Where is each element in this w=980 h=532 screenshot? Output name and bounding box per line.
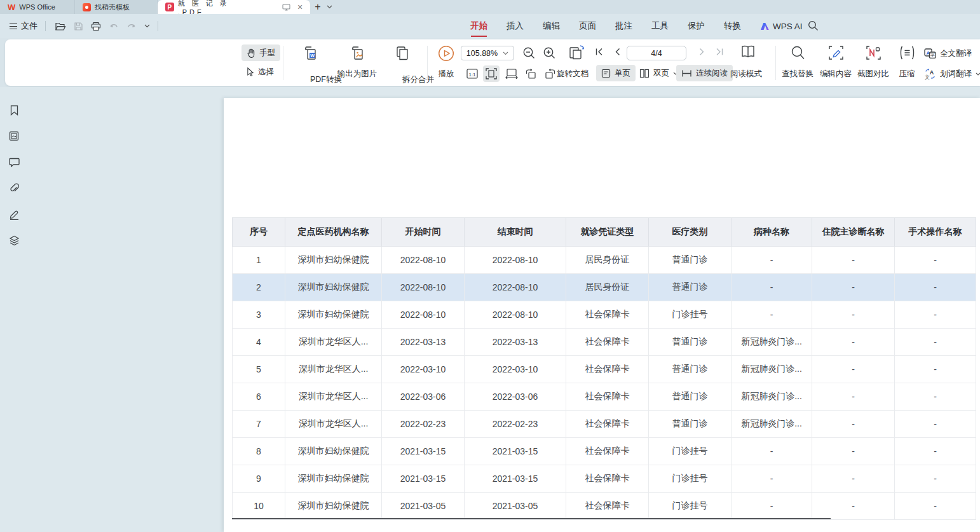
table-cell: 社会保障卡	[566, 301, 649, 329]
table-cell: 2022-03-10	[382, 356, 465, 383]
fit-page-button[interactable]	[483, 65, 500, 82]
fit-width-button[interactable]	[503, 65, 520, 82]
close-tab-icon[interactable]: ×	[295, 2, 305, 12]
export-as-image-button[interactable]: 输出为图片	[330, 43, 384, 82]
pdf-page[interactable]: 序号定点医药机构名称开始时间结束时间就诊凭证类型医疗类别病种名称住院主诊断名称手…	[224, 98, 980, 532]
hand-tool-button[interactable]: 手型	[242, 44, 280, 61]
tab-document-pdf[interactable]: P 就 医 记 录 .PDF ×	[158, 0, 310, 14]
table-cell: -	[732, 247, 812, 274]
rotate-document-button[interactable]: 旋转文档	[557, 69, 589, 79]
screenshot-compare-button[interactable]: 截图对比	[855, 43, 892, 82]
export-image-icon	[350, 45, 365, 62]
menu-tab[interactable]: 开始	[470, 20, 487, 32]
open-file-icon[interactable]	[55, 22, 66, 31]
table-header-cell: 定点医药机构名称	[285, 218, 382, 247]
tab-docer-templates[interactable]: 找稻壳模板	[75, 0, 158, 14]
table-cell: 门诊挂号	[649, 301, 732, 329]
compress-button[interactable]: 压缩	[892, 43, 922, 82]
table-cell: -	[812, 329, 895, 356]
layers-icon[interactable]	[8, 234, 20, 247]
menu-tab[interactable]: 转换	[724, 20, 741, 32]
comment-icon[interactable]	[8, 156, 20, 168]
attachment-icon[interactable]	[8, 182, 20, 194]
pdf-convert-button[interactable]: W PDF转换	[286, 43, 334, 82]
table-header-cell: 开始时间	[382, 218, 465, 247]
previous-page-icon[interactable]	[613, 48, 622, 56]
double-page-icon	[639, 69, 650, 78]
menu-tab[interactable]: 工具	[651, 20, 669, 32]
chevron-down-icon	[503, 51, 508, 55]
split-merge-button[interactable]: 拆分合并	[379, 43, 426, 82]
actual-size-button[interactable]: 1:1	[464, 65, 480, 82]
table-cell: 1	[233, 247, 285, 274]
table-cell: 普通门诊	[649, 329, 732, 356]
svg-text:1:1: 1:1	[468, 72, 476, 78]
table-cell: -	[895, 274, 976, 301]
undo-icon[interactable]	[109, 22, 119, 31]
table-row: 2深圳市妇幼保健院2022-08-102022-08-10居民身份证普通门诊--…	[233, 274, 976, 301]
bookmark-icon[interactable]	[8, 104, 20, 116]
thumbnails-icon[interactable]	[8, 130, 20, 142]
rotate-document-icon[interactable]	[568, 44, 585, 60]
table-cell: 2022-03-10	[465, 356, 566, 383]
read-mode-icon[interactable]	[740, 44, 756, 59]
ribbon-toolbar: 手型 选择 W PDF转换 输出为图片 拆分合并 播放 105.88%	[5, 39, 980, 86]
pdf-convert-icon: W	[303, 45, 318, 62]
wps-logo-icon: W	[8, 3, 15, 12]
menu-tab[interactable]: 页面	[579, 20, 596, 32]
word-translate-button[interactable]: A文 划词翻译	[922, 65, 980, 82]
table-cell: 普通门诊	[649, 247, 732, 274]
svg-text:字: 字	[930, 53, 935, 57]
annotate-pen-icon[interactable]	[8, 208, 20, 221]
menu-tab[interactable]: 插入	[507, 20, 524, 32]
table-cell: 新冠肺炎门诊...	[732, 383, 812, 411]
table-cell: -	[895, 438, 976, 465]
table-cell: -	[895, 383, 976, 411]
file-menu-button[interactable]: 文件	[6, 20, 40, 32]
table-cell: -	[895, 465, 976, 493]
full-text-translate-button[interactable]: A字 全文翻译	[922, 45, 974, 62]
zoom-out-icon[interactable]	[522, 46, 536, 60]
table-cell: 门诊挂号	[649, 438, 732, 465]
table-header-row: 序号定点医药机构名称开始时间结束时间就诊凭证类型医疗类别病种名称住院主诊断名称手…	[233, 218, 976, 247]
global-search-icon[interactable]	[808, 20, 819, 31]
more-actions-chevron-icon[interactable]	[144, 24, 150, 28]
select-tool-button[interactable]: 选择	[242, 64, 279, 80]
table-cell: 普通门诊	[649, 356, 732, 383]
table-cell: 2022-03-13	[465, 329, 566, 356]
first-page-icon[interactable]	[595, 48, 603, 56]
read-mode-button[interactable]: 阅读模式	[730, 69, 762, 79]
new-tab-button[interactable]: +	[310, 0, 325, 14]
redo-icon[interactable]	[126, 22, 137, 31]
present-monitor-icon[interactable]	[282, 2, 292, 12]
rotate-right-button[interactable]	[541, 65, 558, 82]
save-icon[interactable]	[74, 22, 83, 31]
menu-tab[interactable]: 保护	[688, 20, 705, 32]
rotate-left-button[interactable]	[522, 65, 539, 82]
edit-content-button[interactable]: 编辑内容	[817, 43, 854, 82]
table-cell: 深圳市妇幼保健院	[285, 301, 382, 329]
table-cell: -	[895, 411, 976, 438]
page-number-input[interactable]: 4/4	[627, 46, 686, 60]
table-cell: 普通门诊	[649, 274, 732, 301]
svg-text:W: W	[310, 53, 315, 58]
print-icon[interactable]	[91, 22, 101, 31]
tab-wps-office[interactable]: W WPS Office	[0, 0, 75, 14]
table-header-cell: 结束时间	[465, 218, 566, 247]
menu-tab[interactable]: 编辑	[543, 20, 560, 32]
last-page-icon[interactable]	[716, 48, 724, 56]
word-translate-icon: A文	[924, 69, 936, 79]
table-header-cell: 住院主诊断名称	[812, 218, 895, 247]
table-cell: 深圳市妇幼保健院	[285, 247, 382, 274]
zoom-in-icon[interactable]	[543, 46, 556, 60]
tab-list-chevron-icon[interactable]	[327, 0, 332, 14]
zoom-level-select[interactable]: 105.88%	[461, 46, 514, 60]
play-presentation-button[interactable]: 播放	[432, 43, 461, 82]
single-page-view-button[interactable]: 单页	[596, 65, 636, 81]
find-replace-button[interactable]: 查找替换	[779, 43, 816, 82]
wps-ai-button[interactable]: WPS AI	[760, 14, 803, 38]
next-page-icon[interactable]	[698, 48, 706, 56]
continuous-reading-button[interactable]: 连续阅读	[676, 65, 733, 81]
table-cell: 2021-03-15	[382, 465, 465, 493]
menu-tab[interactable]: 批注	[615, 20, 632, 32]
